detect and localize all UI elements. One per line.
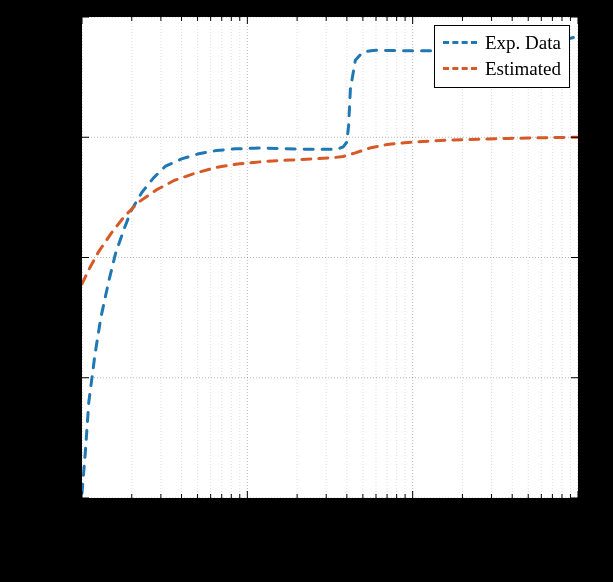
legend-item-est: Estimated	[443, 56, 561, 82]
legend-item-exp: Exp. Data	[443, 30, 561, 56]
axis-ticks	[82, 17, 578, 498]
plot-area: Exp. Data Estimated	[80, 15, 580, 500]
legend-swatch-icon	[443, 41, 477, 44]
y-tick-label: -50	[48, 369, 73, 391]
x-tick-label: 100	[55, 510, 105, 532]
y-tick-label: 0	[64, 248, 74, 270]
legend-label: Estimated	[485, 56, 561, 82]
y-tick-label: 100	[45, 8, 74, 30]
y-axis-label: Ph(Z) [°]	[34, 253, 59, 330]
chart-container: Ph(Z) [°] Frequency [Hz] 100 50 0 -50 -1…	[0, 0, 613, 582]
x-axis-label: Frequency [Hz]	[80, 537, 580, 562]
y-tick-label: 50	[54, 128, 73, 150]
major-grid	[82, 17, 578, 498]
x-tick-label: 103	[554, 510, 604, 532]
legend-swatch-icon	[443, 67, 477, 70]
y-tick-label: -100	[38, 489, 73, 511]
x-tick-label: 102	[388, 510, 438, 532]
legend-label: Exp. Data	[485, 30, 561, 56]
data-series	[82, 36, 578, 493]
series-exp-data	[82, 36, 578, 493]
series-estimated	[82, 137, 578, 284]
x-tick-label: 101	[221, 510, 271, 532]
legend: Exp. Data Estimated	[434, 25, 570, 88]
